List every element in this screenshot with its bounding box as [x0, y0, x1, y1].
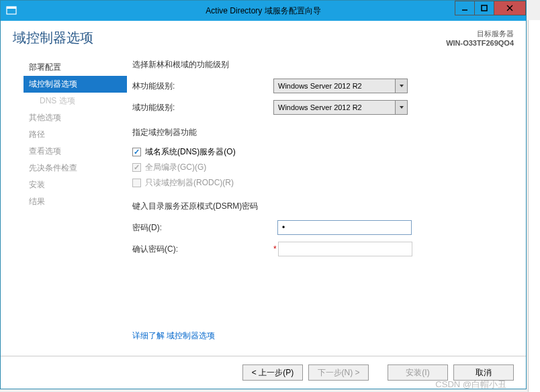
- confirm-password-label: 确认密码(C):: [132, 244, 273, 255]
- rodc-checkbox-label: 只读域控制器(RODC)(R): [145, 177, 234, 189]
- maximize-button[interactable]: [474, 1, 494, 15]
- server-label: 目标服务器: [446, 29, 514, 39]
- prev-button[interactable]: < 上一步(P): [242, 364, 303, 381]
- gc-checkbox: [132, 163, 141, 172]
- svg-rect-1: [7, 7, 16, 9]
- sidebar-item-paths[interactable]: 路径: [24, 126, 127, 143]
- domain-level-select[interactable]: Windows Server 2012 R2: [273, 100, 408, 115]
- watermark: CSDN @白帽小丑: [435, 379, 506, 391]
- sidebar-item-other-options[interactable]: 其他选项: [24, 109, 127, 126]
- sidebar-item-dns-options[interactable]: DNS 选项: [24, 93, 127, 109]
- forest-level-label: 林功能级别:: [132, 81, 273, 92]
- sidebar-item-dc-options[interactable]: 域控制器选项: [24, 76, 127, 93]
- sidebar-item-review[interactable]: 查看选项: [24, 143, 127, 160]
- learn-more-link[interactable]: 详细了解 域控制器选项: [132, 330, 215, 342]
- confirm-password-input[interactable]: [278, 242, 412, 256]
- domain-level-value: Windows Server 2012 R2: [278, 103, 362, 111]
- minimize-button[interactable]: [455, 1, 475, 15]
- forest-level-value: Windows Server 2012 R2: [278, 82, 362, 90]
- confirm-password-row: 确认密码(C): *: [132, 242, 514, 256]
- header-row: 域控制器选项 目标服务器 WIN-O33TF269QO4: [13, 29, 514, 47]
- password-row: 密码(D):: [132, 220, 514, 235]
- sidebar: 部署配置 域控制器选项 DNS 选项 其他选项 路径 查看选项 先决条件检查 安…: [13, 55, 127, 389]
- sidebar-item-results[interactable]: 结果: [24, 193, 127, 210]
- app-icon: [6, 5, 17, 16]
- right-panel-edge: [528, 20, 540, 392]
- section-dsrm: 键入目录服务还原模式(DSRM)密码: [132, 201, 514, 212]
- chevron-down-icon: [395, 101, 407, 114]
- form-area: 选择新林和根域的功能级别 林功能级别: Windows Server 2012 …: [127, 55, 514, 389]
- server-name: WIN-O33TF269QO4: [446, 39, 514, 47]
- rodc-checkbox-row: 只读域控制器(RODC)(R): [132, 177, 514, 189]
- forest-level-select[interactable]: Windows Server 2012 R2: [273, 79, 408, 93]
- close-button[interactable]: [494, 1, 526, 15]
- section-functional-levels: 选择新林和根域的功能级别: [132, 59, 514, 70]
- dns-checkbox[interactable]: [132, 148, 141, 156]
- svg-rect-3: [482, 5, 487, 11]
- required-marker: *: [273, 244, 277, 254]
- forest-level-row: 林功能级别: Windows Server 2012 R2: [132, 79, 514, 93]
- rodc-checkbox: [132, 179, 141, 187]
- domain-level-row: 域功能级别: Windows Server 2012 R2: [132, 100, 514, 115]
- page-title: 域控制器选项: [13, 29, 93, 47]
- sidebar-item-install[interactable]: 安装: [24, 177, 127, 193]
- content-area: 域控制器选项 目标服务器 WIN-O33TF269QO4 部署配置 域控制器选项…: [1, 21, 526, 389]
- window-controls: [455, 1, 526, 15]
- gc-checkbox-row: 全局编录(GC)(G): [132, 162, 514, 173]
- gc-checkbox-label: 全局编录(GC)(G): [145, 162, 206, 173]
- domain-level-label: 域功能级别:: [132, 102, 273, 113]
- dns-checkbox-label: 域名系统(DNS)服务器(O): [145, 146, 236, 158]
- server-info: 目标服务器 WIN-O33TF269QO4: [446, 29, 514, 47]
- main-area: 部署配置 域控制器选项 DNS 选项 其他选项 路径 查看选项 先决条件检查 安…: [13, 55, 514, 389]
- sidebar-item-prereq[interactable]: 先决条件检查: [24, 160, 127, 177]
- window-title: Active Directory 域服务配置向导: [206, 5, 320, 17]
- sidebar-item-deploy-config[interactable]: 部署配置: [24, 59, 127, 76]
- next-button: 下一步(N) >: [308, 364, 369, 381]
- password-input[interactable]: [277, 220, 412, 235]
- section-dc-capabilities: 指定域控制器功能: [132, 127, 514, 138]
- wizard-window: Active Directory 域服务配置向导 域控制器选项 目标服务器 WI…: [0, 0, 527, 389]
- password-label: 密码(D):: [132, 222, 273, 234]
- dns-checkbox-row: 域名系统(DNS)服务器(O): [132, 146, 514, 158]
- titlebar: Active Directory 域服务配置向导: [1, 1, 526, 21]
- chevron-down-icon: [395, 79, 407, 93]
